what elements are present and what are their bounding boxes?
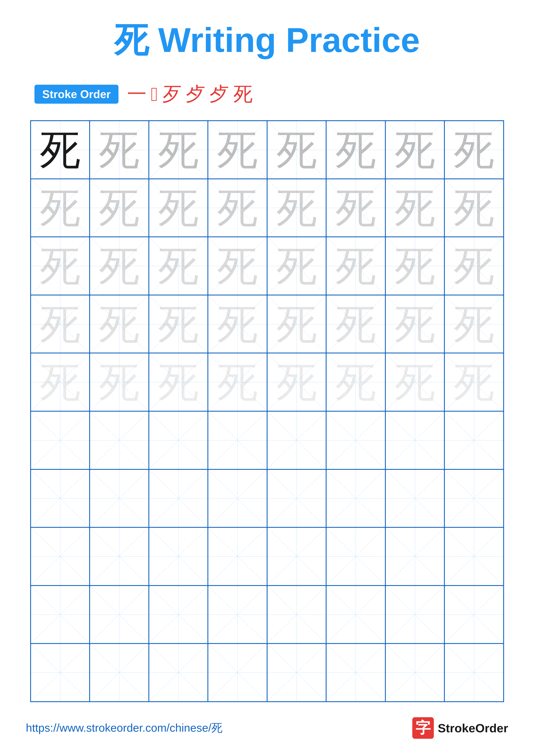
- grid-cell[interactable]: 死: [149, 179, 208, 237]
- grid-cell[interactable]: 死: [149, 353, 208, 411]
- grid-cell[interactable]: 死: [385, 121, 445, 179]
- grid-cell[interactable]: [326, 643, 385, 702]
- grid-cell[interactable]: 死: [326, 121, 385, 179]
- grid-cell[interactable]: 死: [385, 295, 445, 353]
- grid-cell[interactable]: [149, 585, 208, 644]
- grid-cell[interactable]: 死: [445, 295, 504, 353]
- grid-cell[interactable]: [31, 643, 90, 702]
- grid-cell[interactable]: [208, 470, 267, 527]
- grid-cell[interactable]: [208, 411, 267, 470]
- grid-cell[interactable]: 死: [267, 121, 326, 179]
- svg-line-140: [386, 586, 444, 643]
- grid-cell[interactable]: 死: [89, 237, 149, 295]
- grid-cell[interactable]: 死: [208, 353, 267, 411]
- grid-cell[interactable]: 死: [149, 237, 208, 295]
- grid-cell[interactable]: 死: [31, 237, 90, 295]
- svg-line-110: [445, 470, 503, 527]
- grid-cell[interactable]: 死: [385, 353, 445, 411]
- grid-cell[interactable]: 死: [267, 237, 326, 295]
- svg-line-84: [149, 412, 208, 469]
- grid-cell[interactable]: [149, 643, 208, 702]
- grid-cell[interactable]: [89, 527, 149, 585]
- svg-line-126: [445, 528, 503, 585]
- svg-line-120: [267, 528, 326, 585]
- svg-line-130: [90, 586, 148, 643]
- grid-cell[interactable]: [445, 470, 504, 527]
- grid-cell[interactable]: 死: [326, 353, 385, 411]
- grid-cell[interactable]: 死: [208, 237, 267, 295]
- grid-cell[interactable]: 死: [208, 121, 267, 179]
- grid-cell[interactable]: [326, 411, 385, 470]
- grid-cell[interactable]: [208, 585, 267, 644]
- grid-cell[interactable]: 死: [89, 121, 149, 179]
- grid-cell[interactable]: 死: [385, 237, 445, 295]
- grid-cell[interactable]: [31, 585, 90, 644]
- grid-cell[interactable]: [326, 527, 385, 585]
- brand-name: StrokeOrder: [438, 721, 508, 735]
- grid-cell[interactable]: 死: [31, 121, 90, 179]
- grid-cell[interactable]: [326, 470, 385, 527]
- grid-cell[interactable]: [267, 643, 326, 702]
- svg-line-89: [267, 412, 326, 469]
- stroke-order-badge: Stroke Order: [35, 85, 118, 104]
- practice-char: 死: [217, 245, 258, 286]
- grid-cell[interactable]: [445, 527, 504, 585]
- svg-line-94: [445, 412, 503, 469]
- svg-line-104: [267, 470, 326, 527]
- grid-cell[interactable]: 死: [208, 295, 267, 353]
- grid-cell[interactable]: [89, 470, 149, 527]
- grid-cell[interactable]: [208, 527, 267, 585]
- grid-cell[interactable]: 死: [31, 353, 90, 411]
- grid-cell[interactable]: [445, 585, 504, 644]
- practice-char: 死: [158, 187, 199, 228]
- grid-cell[interactable]: [208, 643, 267, 702]
- grid-cell[interactable]: 死: [31, 179, 90, 237]
- grid-cell[interactable]: [445, 643, 504, 702]
- grid-cell[interactable]: 死: [326, 179, 385, 237]
- grid-cell[interactable]: 死: [149, 295, 208, 353]
- grid-cell[interactable]: [89, 585, 149, 644]
- grid-cell[interactable]: 死: [445, 237, 504, 295]
- svg-line-134: [208, 586, 267, 643]
- grid-cell[interactable]: [31, 411, 90, 470]
- grid-cell[interactable]: [149, 527, 208, 585]
- practice-char: 死: [335, 187, 376, 228]
- practice-char: 死: [99, 362, 140, 403]
- grid-cell[interactable]: 死: [267, 295, 326, 353]
- grid-cell[interactable]: [385, 470, 445, 527]
- grid-cell[interactable]: [89, 411, 149, 470]
- grid-cell[interactable]: [89, 643, 149, 702]
- grid-cell[interactable]: [267, 527, 326, 585]
- grid-cell[interactable]: 死: [385, 179, 445, 237]
- grid-cell[interactable]: 死: [445, 121, 504, 179]
- grid-cell[interactable]: 死: [149, 121, 208, 179]
- grid-cell[interactable]: 死: [445, 179, 504, 237]
- grid-cell[interactable]: [149, 411, 208, 470]
- grid-cell[interactable]: [326, 585, 385, 644]
- grid-cell[interactable]: [31, 527, 90, 585]
- grid-cell[interactable]: [267, 585, 326, 644]
- grid-cell[interactable]: 死: [267, 353, 326, 411]
- grid-cell[interactable]: 死: [326, 295, 385, 353]
- grid-cell[interactable]: 死: [89, 295, 149, 353]
- grid-cell[interactable]: [445, 411, 504, 470]
- svg-line-137: [267, 586, 326, 643]
- grid-cell[interactable]: [385, 527, 445, 585]
- grid-cell[interactable]: 死: [31, 295, 90, 353]
- grid-cell[interactable]: [267, 411, 326, 470]
- svg-line-147: [90, 644, 148, 701]
- grid-cell[interactable]: 死: [445, 353, 504, 411]
- grid-cell[interactable]: 死: [267, 179, 326, 237]
- grid-cell[interactable]: 死: [89, 353, 149, 411]
- grid-cell[interactable]: 死: [89, 179, 149, 237]
- grid-cell[interactable]: [31, 470, 90, 527]
- grid-cell[interactable]: [267, 470, 326, 527]
- practice-char: 死: [276, 187, 317, 228]
- grid-cell[interactable]: [385, 585, 445, 644]
- grid-cell[interactable]: 死: [208, 179, 267, 237]
- grid-cell[interactable]: [385, 643, 445, 702]
- grid-cell[interactable]: 死: [326, 237, 385, 295]
- grid-cell[interactable]: [149, 470, 208, 527]
- svg-line-114: [90, 528, 148, 585]
- grid-cell[interactable]: [385, 411, 445, 470]
